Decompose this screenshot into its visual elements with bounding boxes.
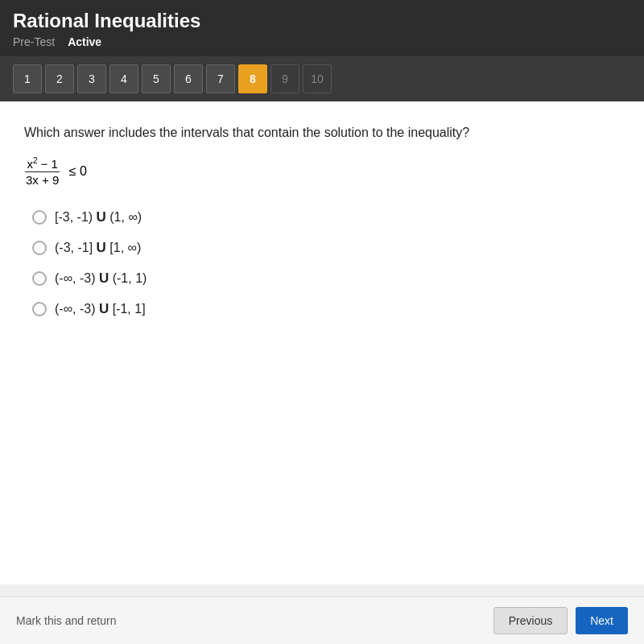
next-button[interactable]: Next <box>576 607 628 634</box>
radio-d[interactable] <box>32 302 47 316</box>
question-text: Which answer includes the intervals that… <box>24 124 620 142</box>
option-b[interactable]: (-3, -1] U [1, ∞) <box>32 240 620 256</box>
fraction: x2 − 1 3x + 9 <box>24 156 60 187</box>
option-a[interactable]: [-3, -1) U (1, ∞) <box>32 209 620 225</box>
inequality-expression: x2 − 1 3x + 9 ≤ 0 <box>24 156 620 187</box>
option-d[interactable]: (-∞, -3) U [-1, 1] <box>32 301 620 317</box>
nav-btn-3[interactable]: 3 <box>77 64 106 93</box>
option-d-text: (-∞, -3) U [-1, 1] <box>55 301 146 317</box>
option-b-text: (-3, -1] U [1, ∞) <box>55 240 141 256</box>
fraction-denominator: 3x + 9 <box>24 172 60 187</box>
nav-btn-8[interactable]: 8 <box>238 64 267 93</box>
nav-btn-1[interactable]: 1 <box>13 64 42 93</box>
mark-return-label: Mark this and return <box>16 614 117 627</box>
nav-btn-7[interactable]: 7 <box>206 64 235 93</box>
inequality-symbol: ≤ 0 <box>69 164 87 178</box>
active-label: Active <box>68 35 101 48</box>
header-subtitle: Pre-Test Active <box>13 35 631 56</box>
bottom-bar: Mark this and return Previous Next <box>0 597 644 644</box>
question-navigation: 1 2 3 4 5 6 7 8 9 10 <box>0 56 644 101</box>
radio-a[interactable] <box>32 210 47 225</box>
fraction-numerator: x2 − 1 <box>25 156 60 172</box>
nav-btn-6[interactable]: 6 <box>174 64 203 93</box>
nav-btn-10[interactable]: 10 <box>303 64 332 93</box>
nav-btn-5[interactable]: 5 <box>142 64 171 93</box>
page-title: Rational Inequalities <box>13 10 631 32</box>
content-area: Which answer includes the intervals that… <box>0 101 644 584</box>
pre-test-label: Pre-Test <box>13 35 55 48</box>
prev-button[interactable]: Previous <box>493 607 568 634</box>
nav-btn-4[interactable]: 4 <box>109 64 138 93</box>
header: Rational Inequalities Pre-Test Active <box>0 0 644 56</box>
option-c-text: (-∞, -3) U (-1, 1) <box>55 270 147 287</box>
radio-c[interactable] <box>32 271 47 286</box>
radio-b[interactable] <box>32 241 47 255</box>
options-list: [-3, -1) U (1, ∞) (-3, -1] U [1, ∞) (-∞,… <box>32 209 620 317</box>
option-c[interactable]: (-∞, -3) U (-1, 1) <box>32 270 620 287</box>
option-a-text: [-3, -1) U (1, ∞) <box>55 209 142 225</box>
nav-btn-2[interactable]: 2 <box>45 64 74 93</box>
bottom-buttons: Previous Next <box>493 607 628 634</box>
nav-btn-9[interactable]: 9 <box>270 64 299 93</box>
